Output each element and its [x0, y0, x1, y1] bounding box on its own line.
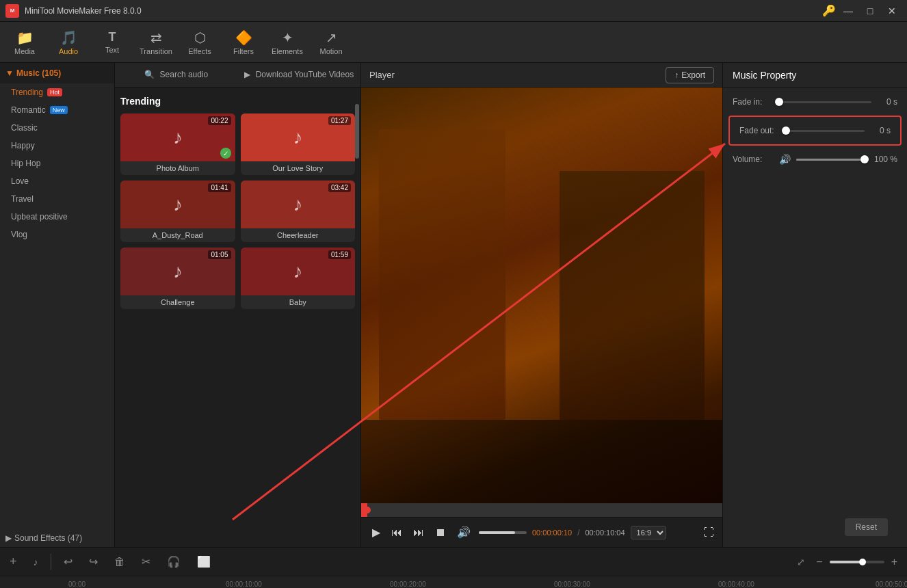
photo-album-duration: 00:22 [208, 116, 231, 125]
cheerleader-label: Cheerleader [241, 228, 356, 242]
search-tab-label: Search audio [160, 70, 209, 79]
aspect-ratio-select[interactable]: 16:9 9:16 1:1 [631, 526, 666, 539]
sidebar-item-upbeat[interactable]: Upbeat positive [0, 208, 114, 226]
play-button[interactable]: ▶ [369, 523, 383, 542]
window-controls: — □ ✕ [839, 3, 902, 18]
music-property-panel: Music Property Fade in: 0 s Fade out: 0 … [722, 63, 907, 547]
sidebar-item-love[interactable]: Love [0, 172, 114, 190]
stop-button[interactable]: ⏹ [432, 524, 449, 542]
volume-track [796, 159, 865, 161]
app-logo: M [5, 4, 19, 18]
sidebar-item-classic[interactable]: Classic [0, 119, 114, 137]
volume-speaker-icon: 🔊 [779, 154, 791, 165]
audio-panel: 🔍 Search audio ▶ Download YouTube Videos… [115, 63, 361, 547]
dusty-road-duration: 01:41 [208, 183, 231, 192]
media-label: Media [14, 47, 35, 55]
volume-property-thumb[interactable] [860, 155, 869, 163]
main-toolbar: 📁 Media 🎵 Audio T Text ⇄ Transition ⬡ Ef… [0, 22, 907, 63]
toolbar-media[interactable]: 📁 Media [3, 23, 47, 62]
fullscreen-button[interactable]: ⛶ [703, 526, 714, 539]
close-button[interactable]: ✕ [882, 3, 902, 18]
upbeat-label: Upbeat positive [11, 212, 68, 222]
audio-card-our-love-story[interactable]: ♪ 01:27 Our Love Story [241, 113, 356, 175]
redo-button[interactable]: ↪ [85, 552, 102, 571]
volume-slider[interactable] [479, 531, 527, 534]
fade-in-thumb[interactable] [775, 98, 783, 106]
fade-in-slider[interactable] [779, 95, 871, 109]
music-note-icon: ♪ [293, 126, 302, 148]
left-panel: ▼ Music (105) Trending Hot Romantic New … [0, 63, 115, 547]
app-title: MiniTool MovieMaker Free 8.0.0 [25, 6, 822, 16]
fade-out-row: Fade out: 0 s [728, 116, 902, 146]
audio-detach-button[interactable]: 🎧 [163, 552, 185, 571]
zoom-thumb [859, 559, 866, 565]
zoom-out-button[interactable]: − [812, 553, 826, 571]
sidebar-item-romantic[interactable]: Romantic New [0, 101, 114, 119]
maximize-button[interactable]: □ [860, 3, 880, 18]
zoom-fit-button[interactable]: ⤢ [793, 554, 809, 570]
sidebar-item-hiphop[interactable]: Hip Hop [0, 155, 114, 172]
player-panel: Player ↑ Export ▶ ⏮ ⏭ [361, 63, 722, 547]
music-property-title: Music Property [723, 63, 907, 88]
trending-label: Trending [11, 88, 43, 97]
audio-card-challenge[interactable]: ♪ 01:05 Challenge [120, 248, 235, 309]
tab-download-youtube[interactable]: ▶ Download YouTube Videos [238, 64, 361, 86]
fade-out-thumb[interactable] [782, 126, 790, 135]
our-love-story-duration: 01:27 [328, 116, 351, 125]
sidebar-item-trending[interactable]: Trending Hot [0, 83, 114, 101]
crop-button[interactable]: ⬜ [193, 552, 215, 571]
add-media-button[interactable]: + [5, 552, 21, 572]
sidebar-item-travel[interactable]: Travel [0, 190, 114, 208]
filters-icon: 🔶 [235, 29, 252, 46]
toolbar-effects[interactable]: ⬡ Effects [178, 23, 222, 62]
volume-property-slider[interactable] [796, 152, 865, 166]
reset-button[interactable]: Reset [845, 518, 888, 536]
challenge-label: Challenge [120, 295, 235, 309]
audio-tabs: 🔍 Search audio ▶ Download YouTube Videos [115, 63, 360, 88]
fade-in-label: Fade in: [733, 97, 774, 107]
transition-label: Transition [140, 47, 172, 55]
undo-button[interactable]: ↩ [60, 552, 77, 571]
media-icon: 📁 [16, 29, 34, 46]
fade-out-slider[interactable] [786, 124, 865, 137]
zoom-slider[interactable] [830, 561, 884, 563]
music-header[interactable]: ▼ Music (105) [0, 63, 114, 83]
fade-out-track [786, 130, 865, 132]
volume-value: 100 % [870, 155, 897, 164]
audio-card-photo-album[interactable]: ♪ 00:22 ✓ Photo Album [120, 113, 235, 175]
toolbar-filters[interactable]: 🔶 Filters [222, 23, 265, 62]
add-audio-button[interactable]: ♪ [29, 554, 42, 570]
ruler-tick-1: 00:00:10:00 [226, 580, 262, 588]
toolbar-motion[interactable]: ↗ Motion [309, 23, 353, 62]
toolbar-text[interactable]: T Text [90, 23, 134, 62]
toolbar-transition[interactable]: ⇄ Transition [134, 23, 178, 62]
sidebar-item-sound-effects[interactable]: ▶ Sound Effects (47) [0, 529, 114, 547]
tab-search-audio[interactable]: 🔍 Search audio [115, 64, 238, 86]
player-seek-bar[interactable] [361, 503, 722, 517]
trending-section-title: Trending [120, 93, 355, 113]
cut-button[interactable]: ✂ [137, 552, 155, 571]
toolbar-elements[interactable]: ✦ Elements [265, 23, 309, 62]
audio-card-baby[interactable]: ♪ 01:59 Baby [241, 248, 356, 309]
volume-button[interactable]: 🔊 [454, 523, 473, 542]
fade-out-value: 0 s [870, 126, 891, 135]
prev-button[interactable]: ⏮ [389, 524, 405, 542]
audio-card-cheerleader[interactable]: ♪ 03:42 Cheerleader [241, 181, 356, 242]
delete-button[interactable]: 🗑 [110, 553, 129, 571]
zoom-in-button[interactable]: + [887, 553, 902, 571]
toolbar-separator-1 [51, 554, 51, 570]
fade-in-value: 0 s [877, 97, 897, 107]
toolbar-audio[interactable]: 🎵 Audio [47, 23, 90, 62]
minimize-button[interactable]: — [839, 3, 858, 18]
sidebar-item-vlog[interactable]: Vlog [0, 226, 114, 243]
audio-card-dusty-road[interactable]: ♪ 01:41 A_Dusty_Road [120, 181, 235, 242]
export-button[interactable]: ↑ Export [666, 67, 714, 83]
timeline: 00:00 00:00:10:00 00:00:20:00 00:00:30:0… [0, 576, 907, 588]
key-icon: 🔑 [822, 4, 836, 17]
main-area: ▼ Music (105) Trending Hot Romantic New … [0, 63, 907, 547]
titlebar: M MiniTool MovieMaker Free 8.0.0 🔑 — □ ✕ [0, 0, 907, 22]
next-button[interactable]: ⏭ [410, 524, 427, 542]
property-spacer [723, 173, 907, 507]
ruler-tick-0: 00:00 [68, 580, 86, 588]
sidebar-item-happy[interactable]: Happy [0, 137, 114, 155]
